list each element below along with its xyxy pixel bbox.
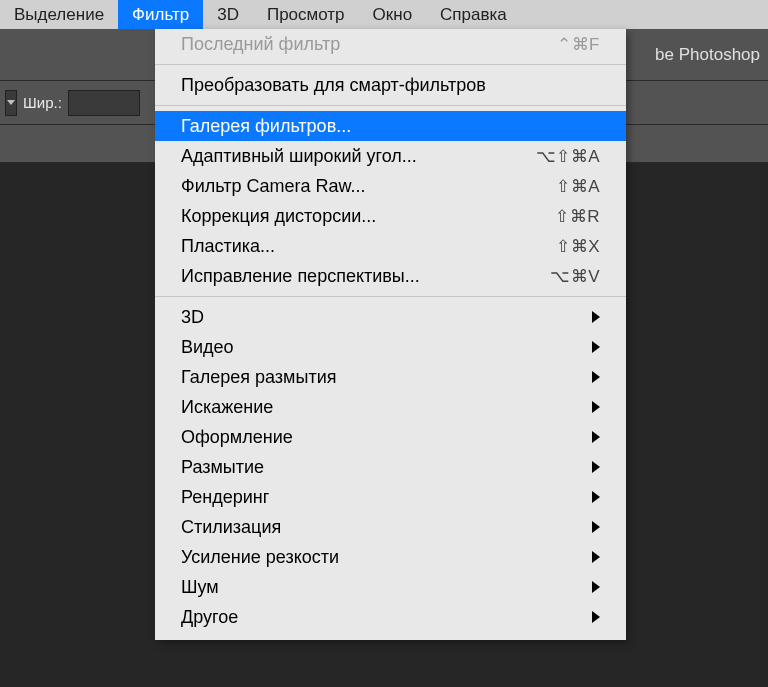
menu-item-render-sub[interactable]: Рендеринг	[155, 482, 626, 512]
menu-item-other-sub[interactable]: Другое	[155, 602, 626, 632]
menu-separator	[155, 64, 626, 65]
menu-select[interactable]: Выделение	[0, 0, 118, 29]
shortcut-text: ⌥⇧⌘A	[536, 146, 600, 167]
menu-item-liquify[interactable]: Пластика... ⇧⌘X	[155, 231, 626, 261]
menu-separator	[155, 105, 626, 106]
submenu-arrow-icon	[592, 461, 600, 473]
menu-item-video-sub[interactable]: Видео	[155, 332, 626, 362]
menu-item-distort-sub[interactable]: Искажение	[155, 392, 626, 422]
menu-filter[interactable]: Фильтр	[118, 0, 203, 29]
submenu-arrow-icon	[592, 611, 600, 623]
shortcut-text: ⇧⌘X	[556, 236, 600, 257]
width-input[interactable]	[68, 90, 140, 116]
shortcut-text: ⌥⌘V	[550, 266, 600, 287]
menu-item-convert-smart[interactable]: Преобразовать для смарт-фильтров	[155, 70, 626, 100]
menu-item-last-filter: Последний фильтр ⌃⌘F	[155, 29, 626, 59]
menubar: Выделение Фильтр 3D Просмотр Окно Справк…	[0, 0, 768, 29]
menu-3d[interactable]: 3D	[203, 0, 253, 29]
submenu-arrow-icon	[592, 521, 600, 533]
menu-item-stylize-sub[interactable]: Стилизация	[155, 512, 626, 542]
shortcut-text: ⌃⌘F	[557, 34, 600, 55]
menu-item-vanishing-point[interactable]: Исправление перспективы... ⌥⌘V	[155, 261, 626, 291]
menu-item-sharpen-sub[interactable]: Усиление резкости	[155, 542, 626, 572]
app-title-fragment: be Photoshop	[655, 29, 760, 80]
menu-help[interactable]: Справка	[426, 0, 521, 29]
menu-item-camera-raw[interactable]: Фильтр Camera Raw... ⇧⌘A	[155, 171, 626, 201]
menu-item-adaptive-wide-angle[interactable]: Адаптивный широкий угол... ⌥⇧⌘A	[155, 141, 626, 171]
submenu-arrow-icon	[592, 551, 600, 563]
submenu-arrow-icon	[592, 581, 600, 593]
menu-separator	[155, 296, 626, 297]
submenu-arrow-icon	[592, 401, 600, 413]
menu-view[interactable]: Просмотр	[253, 0, 359, 29]
tool-preset-dropdown[interactable]	[5, 90, 17, 116]
menu-window[interactable]: Окно	[359, 0, 427, 29]
submenu-arrow-icon	[592, 311, 600, 323]
menu-item-3d-sub[interactable]: 3D	[155, 302, 626, 332]
menu-item-noise-sub[interactable]: Шум	[155, 572, 626, 602]
menu-item-blur-gallery-sub[interactable]: Галерея размытия	[155, 362, 626, 392]
submenu-arrow-icon	[592, 371, 600, 383]
submenu-arrow-icon	[592, 431, 600, 443]
width-label: Шир.:	[23, 94, 62, 111]
menu-item-blur-sub[interactable]: Размытие	[155, 452, 626, 482]
menu-item-filter-gallery[interactable]: Галерея фильтров...	[155, 111, 626, 141]
filter-dropdown: Последний фильтр ⌃⌘F Преобразовать для с…	[155, 29, 626, 640]
menu-item-pixelate-sub[interactable]: Оформление	[155, 422, 626, 452]
chevron-down-icon	[7, 100, 15, 105]
submenu-arrow-icon	[592, 341, 600, 353]
menu-item-lens-correction[interactable]: Коррекция дисторсии... ⇧⌘R	[155, 201, 626, 231]
submenu-arrow-icon	[592, 491, 600, 503]
shortcut-text: ⇧⌘A	[556, 176, 600, 197]
shortcut-text: ⇧⌘R	[555, 206, 600, 227]
